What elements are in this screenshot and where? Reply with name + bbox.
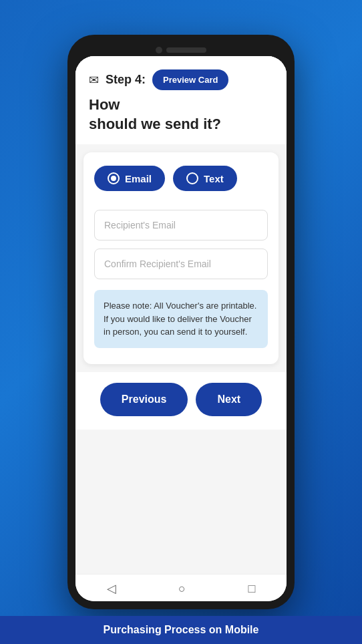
banner-text: Purchasing Process on Mobile xyxy=(104,624,259,635)
text-radio-circle xyxy=(186,172,198,184)
confirm-email-input[interactable] xyxy=(94,249,268,279)
phone-notch xyxy=(75,43,287,56)
info-box: Please note: All Voucher's are printable… xyxy=(94,290,268,348)
bottom-nav-bar: ◁ ○ □ xyxy=(75,574,287,601)
step-question: How should we send it? xyxy=(89,96,273,134)
phone-screen: ✉ Step 4: Preview Card How should we sen… xyxy=(75,56,287,601)
next-button[interactable]: Next xyxy=(196,383,262,416)
email-radio-circle xyxy=(108,172,120,184)
email-option[interactable]: Email xyxy=(94,166,165,191)
bottom-banner: Purchasing Process on Mobile xyxy=(0,616,362,644)
home-nav-icon[interactable]: ○ xyxy=(178,582,186,596)
phone-device: ✉ Step 4: Preview Card How should we sen… xyxy=(67,35,295,609)
screen-content: ✉ Step 4: Preview Card How should we sen… xyxy=(75,56,287,574)
mail-icon: ✉ xyxy=(89,73,99,88)
recipient-email-input[interactable] xyxy=(94,210,268,240)
step-row: ✉ Step 4: Preview Card xyxy=(89,69,273,90)
back-nav-icon[interactable]: ◁ xyxy=(107,581,116,596)
text-option[interactable]: Text xyxy=(173,166,237,191)
info-box-text: Please note: All Voucher's are printable… xyxy=(104,301,256,337)
step-label: Step 4: xyxy=(106,73,146,87)
recents-nav-icon[interactable]: □ xyxy=(248,582,255,596)
nav-buttons: Previous Next xyxy=(75,372,287,430)
preview-card-button[interactable]: Preview Card xyxy=(152,69,228,90)
previous-button[interactable]: Previous xyxy=(100,383,188,416)
delivery-card: Email Text Please note: All Voucher's ar… xyxy=(83,152,279,364)
radio-row: Email Text xyxy=(94,166,268,191)
camera-icon xyxy=(156,47,162,53)
header-section: ✉ Step 4: Preview Card How should we sen… xyxy=(75,56,287,144)
text-label: Text xyxy=(204,173,224,184)
email-label: Email xyxy=(125,173,152,184)
speaker xyxy=(166,47,206,53)
